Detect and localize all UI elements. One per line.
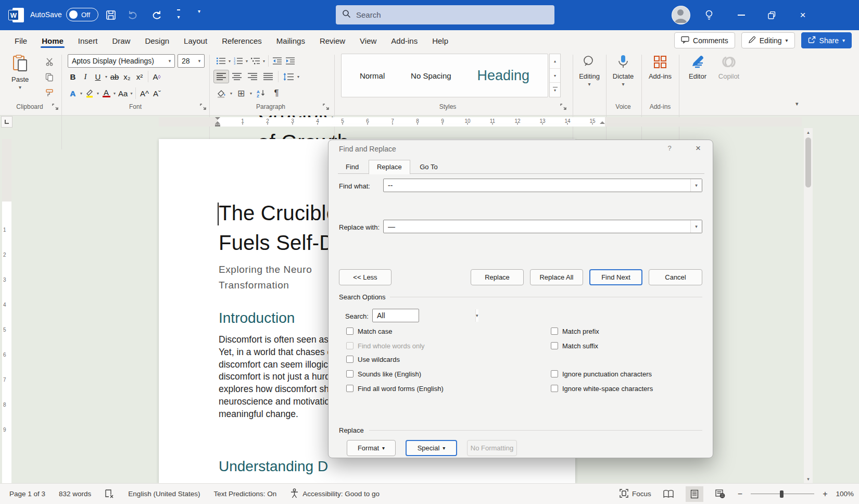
copy-icon[interactable] — [43, 71, 56, 83]
find-what-input[interactable] — [384, 181, 690, 190]
right-indent-marker[interactable] — [600, 121, 605, 124]
tab-references[interactable]: References — [214, 32, 269, 49]
word-logo-icon[interactable]: W — [8, 7, 25, 23]
clipboard-dialog-launcher-icon[interactable] — [52, 104, 59, 110]
first-line-indent-marker[interactable] — [215, 117, 220, 120]
redo-icon[interactable] — [148, 6, 166, 24]
styles-scroll-up-icon[interactable]: ▴ — [550, 54, 560, 69]
copilot-button[interactable]: Copilot — [714, 55, 743, 80]
tab-mailings[interactable]: Mailings — [269, 32, 312, 49]
document-title[interactable]: The Crucible of Growth - Revised... ▾ — [198, 9, 200, 14]
font-size-combo[interactable]: 28 ▾ — [178, 54, 205, 68]
scroll-up-icon[interactable]: ▴ — [804, 128, 813, 136]
italic-button[interactable]: I — [79, 70, 92, 83]
zoom-level[interactable]: 100% — [836, 490, 854, 498]
language-indicator[interactable]: English (United States) — [128, 490, 200, 498]
editor-button[interactable]: Editor — [684, 55, 711, 80]
web-layout-button[interactable] — [712, 486, 729, 502]
tab-file[interactable]: File — [7, 32, 34, 49]
search-input[interactable] — [356, 10, 533, 19]
decrease-indent-button[interactable] — [271, 54, 284, 68]
tab-insert[interactable]: Insert — [71, 32, 105, 49]
change-case-button[interactable]: Aa — [117, 86, 129, 100]
line-spacing-button[interactable] — [281, 70, 296, 83]
proofing-errors-icon[interactable] — [105, 489, 115, 499]
tab-help[interactable]: Help — [425, 32, 456, 49]
find-what-combo[interactable]: ▾ — [383, 179, 702, 192]
highlight-color-button[interactable] — [83, 86, 96, 100]
style-no-spacing[interactable]: No Spacing — [411, 71, 451, 80]
multilevel-list-button[interactable] — [249, 54, 262, 68]
replace-with-combo[interactable]: ▾ — [383, 220, 702, 233]
zoom-slider[interactable] — [751, 490, 814, 498]
match-prefix-checkbox[interactable] — [551, 327, 558, 335]
quick-access-toolbar-icon[interactable]: ▾ — [170, 6, 187, 24]
subscript-button[interactable]: x₂ — [121, 70, 133, 83]
use-wildcards-checkbox[interactable] — [346, 356, 353, 363]
clear-formatting-button[interactable]: A◊ — [150, 70, 163, 83]
chevron-down-icon[interactable]: ▾ — [475, 309, 478, 322]
borders-button[interactable]: ⊞ — [233, 86, 249, 100]
format-painter-icon[interactable] — [43, 86, 56, 99]
sounds-like-checkbox[interactable] — [346, 370, 353, 377]
horizontal-ruler[interactable]: 1 2 3 4 5 6 7 8 9 10 11 12 13 14 15 — [0, 116, 859, 128]
strikethrough-button[interactable]: ab — [108, 70, 121, 83]
tab-layout[interactable]: Layout — [176, 32, 214, 49]
ignore-whitespace-checkbox[interactable] — [551, 385, 558, 392]
text-effects-button[interactable]: A — [67, 86, 79, 100]
increase-indent-button[interactable] — [284, 54, 297, 68]
chevron-down-icon[interactable]: ▾ — [690, 179, 702, 192]
dictate-button[interactable]: Dictate ▾ — [609, 55, 637, 87]
grow-font-button[interactable]: A^ — [138, 86, 150, 100]
scrollbar-thumb[interactable] — [805, 137, 811, 187]
underline-button[interactable]: U — [92, 70, 104, 83]
justify-button[interactable] — [260, 70, 276, 83]
pilcrow-button[interactable]: ¶ — [269, 86, 284, 100]
numbered-list-button[interactable]: 123 — [232, 54, 245, 68]
styles-gallery-more-icon[interactable]: ▾ — [550, 83, 560, 97]
dialog-tab-goto[interactable]: Go To — [412, 160, 445, 175]
minimize-button[interactable] — [731, 7, 752, 23]
match-suffix-checkbox[interactable] — [551, 342, 558, 349]
align-right-button[interactable] — [245, 70, 260, 83]
superscript-button[interactable]: x² — [133, 70, 146, 83]
replace-with-input[interactable] — [384, 222, 690, 231]
comments-button[interactable]: Comments — [674, 32, 735, 48]
bold-button[interactable]: B — [67, 70, 79, 83]
styles-scroll-down-icon[interactable]: ▾ — [550, 69, 560, 83]
bullet-list-button[interactable] — [214, 54, 228, 68]
tab-design[interactable]: Design — [137, 32, 176, 49]
text-predictions-indicator[interactable]: Text Predictions: On — [213, 490, 276, 498]
font-name-combo[interactable]: Aptos Display (Headings) ▾ — [68, 54, 175, 68]
special-button[interactable]: Special▾ — [406, 440, 457, 456]
share-button[interactable]: Share ▾ — [801, 32, 852, 48]
search-direction-dropdown[interactable]: ▾ — [372, 309, 419, 322]
format-button[interactable]: Format▾ — [347, 440, 396, 456]
dialog-help-icon[interactable]: ? — [665, 144, 674, 154]
dialog-tab-find[interactable]: Find — [338, 160, 367, 175]
paste-button[interactable]: Paste ▾ — [11, 55, 29, 90]
autosave-toggle[interactable]: Off — [66, 8, 98, 21]
find-next-button[interactable]: Find Next — [589, 269, 642, 285]
editing-button[interactable]: Editing ▾ — [576, 55, 603, 87]
shading-button[interactable] — [213, 86, 229, 100]
paragraph-dialog-launcher-icon[interactable] — [323, 104, 330, 110]
sort-button[interactable]: AZ — [253, 86, 269, 100]
replace-all-button[interactable]: Replace All — [530, 269, 583, 285]
left-indent-marker[interactable] — [215, 124, 220, 127]
align-center-button[interactable] — [229, 70, 245, 83]
style-normal[interactable]: Normal — [360, 71, 385, 80]
collapse-ribbon-icon[interactable]: ▾ — [795, 100, 799, 107]
replace-button[interactable]: Replace — [471, 269, 524, 285]
close-button[interactable]: × — [792, 7, 813, 23]
search-bar[interactable] — [336, 5, 554, 24]
ignore-punctuation-checkbox[interactable] — [551, 370, 558, 377]
chevron-down-icon[interactable]: ▾ — [104, 74, 108, 79]
align-left-button[interactable] — [213, 70, 229, 83]
read-mode-button[interactable] — [660, 486, 677, 502]
cut-icon[interactable] — [43, 55, 56, 68]
vertical-scrollbar[interactable]: ▴ ▾ — [804, 128, 813, 483]
zoom-slider-thumb[interactable] — [780, 490, 784, 498]
tab-draw[interactable]: Draw — [105, 32, 137, 49]
less-button[interactable]: << Less — [339, 269, 391, 285]
